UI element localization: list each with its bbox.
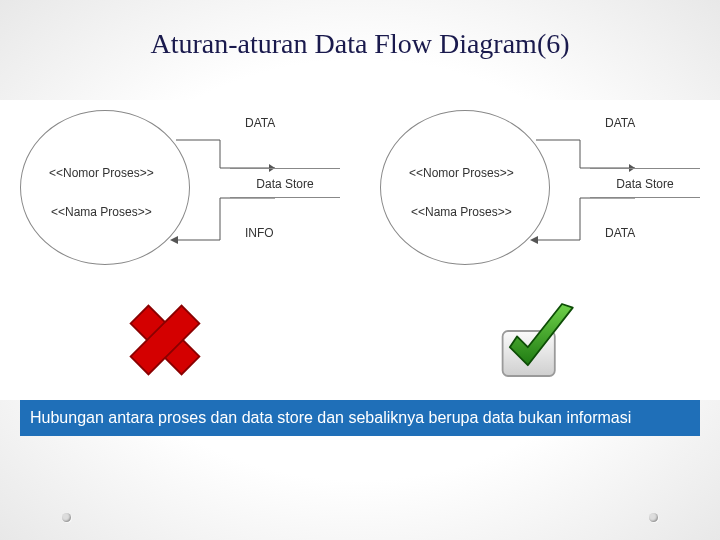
diagram-incorrect: <<Nomor Proses>> <<Nama Proses>> DATA Da… [20,100,370,290]
diagram-correct: <<Nomor Proses>> <<Nama Proses>> DATA Da… [380,100,720,290]
next-slide-button[interactable] [649,513,658,522]
flow-in-label: DATA [605,116,635,130]
process-number: <<Nomor Proses>> [49,166,154,180]
flow-in-label: DATA [245,116,275,130]
svg-marker-15 [530,236,538,244]
process-name: <<Nama Proses>> [411,205,512,219]
flow-out-label: DATA [605,226,635,240]
process-circle: <<Nomor Proses>> <<Nama Proses>> [380,110,550,265]
process-name: <<Nama Proses>> [51,205,152,219]
correct-icon [490,295,580,385]
slide-title: Aturan-aturan Data Flow Diagram(6) [0,0,720,60]
content-band: <<Nomor Proses>> <<Nama Proses>> DATA Da… [0,100,720,400]
svg-marker-7 [170,236,178,244]
process-number: <<Nomor Proses>> [409,166,514,180]
flow-out-label: INFO [245,226,274,240]
data-store: Data Store [230,168,340,198]
caption-text: Hubungan antara proses dan data store da… [30,409,631,427]
process-circle: <<Nomor Proses>> <<Nama Proses>> [20,110,190,265]
data-store: Data Store [590,168,700,198]
wrong-icon [120,295,210,385]
caption-bar: Hubungan antara proses dan data store da… [20,400,700,436]
prev-slide-button[interactable] [62,513,71,522]
